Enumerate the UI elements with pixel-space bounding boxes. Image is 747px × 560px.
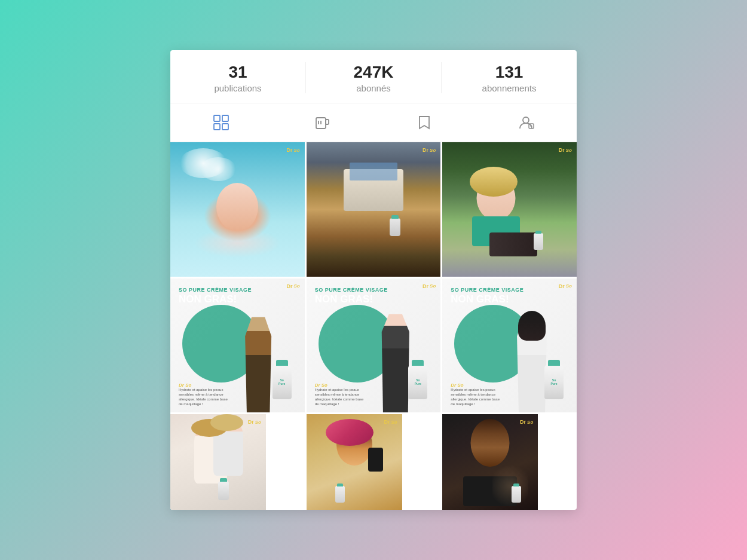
brand-bottom-4: Dr So Hydrate et apaise les peaux sensib… (179, 365, 296, 406)
brand-bottom-5: Dr So Hydrate et apaise les peaux sensib… (315, 365, 433, 406)
svg-rect-0 (214, 115, 220, 121)
post-6[interactable]: SO PURE CRÈME VISAGE NON GRAS! Dr So Hyd… (442, 279, 577, 413)
post-5[interactable]: SO PURE CRÈME VISAGE NON GRAS! Dr So Hyd… (307, 279, 441, 413)
svg-rect-5 (326, 120, 329, 124)
tab-saved[interactable] (374, 108, 475, 137)
watermark-2: Dr So (423, 147, 436, 153)
svg-rect-1 (222, 115, 228, 121)
publications-number: 31 (170, 62, 305, 82)
svg-rect-3 (222, 124, 228, 130)
brand-desc-4: Hydrate et apaise les peaux sensibles mê… (179, 388, 232, 406)
post-9[interactable]: Dr So (442, 414, 538, 510)
following-stat[interactable]: 131 abonnements (442, 62, 577, 94)
followers-number: 247K (306, 62, 441, 82)
brand-tagline-4: NON GRAS! (179, 294, 296, 305)
svg-point-8 (523, 117, 529, 123)
brand-tagline-6: NON GRAS! (451, 294, 568, 305)
brand-header-5: SO PURE CRÈME VISAGE (315, 287, 433, 293)
post-1[interactable]: Dr So (170, 142, 305, 277)
followers-label: abonnés (306, 83, 441, 93)
watermark-4: Dr So (286, 283, 299, 289)
watermark-5: Dr So (423, 283, 436, 289)
following-number: 131 (442, 62, 577, 82)
publications-stat[interactable]: 31 publications (170, 62, 306, 94)
svg-point-10 (531, 126, 532, 127)
post-7[interactable]: Dr So (170, 414, 266, 510)
publications-label: publications (170, 83, 305, 93)
brand-header-4: SO PURE CRÈME VISAGE (179, 287, 296, 293)
product-bottle-6: SoPure (540, 365, 568, 406)
watermark-1: Dr So (286, 147, 299, 153)
bookmark-icon (416, 114, 433, 131)
followers-stat[interactable]: 247K abonnés (306, 62, 442, 94)
brand-header-6: SO PURE CRÈME VISAGE (451, 287, 568, 293)
watermark-7: Dr So (248, 419, 261, 425)
following-label: abonnements (442, 83, 577, 93)
watermark-9: Dr So (520, 419, 533, 425)
post-3[interactable]: Dr So (442, 142, 577, 277)
profile-card: 31 publications 247K abonnés 131 abonnem… (170, 50, 577, 510)
watermark-8: Dr So (384, 419, 397, 425)
watermark-6: Dr So (559, 283, 572, 289)
post-2[interactable]: Dr So (307, 142, 441, 277)
product-bottle-5: SoPure (403, 365, 432, 406)
brand-desc-5: Hydrate et apaise les peaux sensibles mê… (315, 388, 369, 406)
post-4[interactable]: SO PURE CRÈME VISAGE NON GRAS! Dr So Hyd… (170, 279, 305, 413)
grid-icon (213, 114, 229, 131)
product-bottle-4: SoPure (268, 365, 296, 406)
watermark-3: Dr So (559, 147, 572, 153)
svg-rect-2 (214, 124, 220, 130)
person-tag-icon (518, 114, 534, 131)
post-8[interactable]: Dr So (307, 414, 402, 510)
brand-desc-6: Hydrate et apaise les peaux sensibles mê… (451, 388, 504, 406)
tab-tagged[interactable] (475, 108, 577, 137)
brand-tagline-5: NON GRAS! (315, 294, 433, 305)
tab-grid[interactable] (170, 108, 272, 137)
brand-bottom-6: Dr So Hydrate et apaise les peaux sensib… (451, 365, 568, 406)
igtv-icon (314, 114, 331, 131)
tab-igtv[interactable] (272, 108, 374, 137)
stats-row: 31 publications 247K abonnés 131 abonnem… (170, 50, 577, 104)
tabs-row (170, 103, 577, 142)
photo-grid: Dr So Dr So (170, 142, 577, 510)
